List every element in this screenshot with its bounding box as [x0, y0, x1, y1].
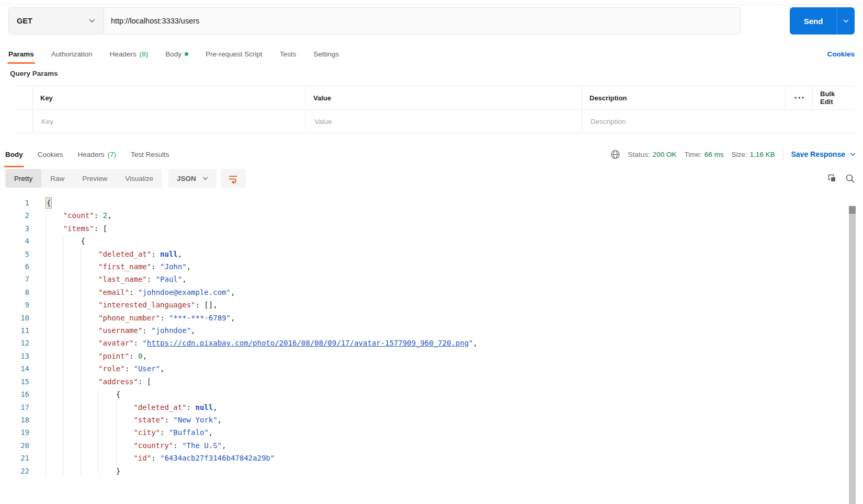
code-lines: 1{2"count": 2,3"items": [4{5"deleted_at"… [0, 191, 863, 477]
indent-guide [81, 337, 98, 349]
indent-guide [63, 350, 81, 362]
copy-icon[interactable] [826, 173, 838, 184]
code-token: : [151, 452, 160, 464]
request-tab-body[interactable]: Body [165, 44, 188, 64]
fold-gutter [29, 235, 46, 247]
indent-guide [81, 388, 98, 400]
bulk-edit-button[interactable]: Bulk Edit [812, 86, 855, 109]
tab-label: Body [5, 151, 23, 158]
code-token: "count" [63, 209, 94, 222]
view-mode-preview[interactable]: Preview [73, 169, 116, 188]
code-line: 2"count": 2, [0, 209, 863, 222]
time-label: Time: [684, 151, 701, 158]
indent-guide [46, 414, 63, 426]
request-tab-headers[interactable]: Headers(8) [110, 44, 149, 64]
response-body-viewer: 1{2"count": 2,3"items": [4{5"deleted_at"… [0, 191, 863, 504]
view-mode-raw[interactable]: Raw [41, 169, 73, 188]
line-number: 2 [0, 209, 29, 222]
url-input[interactable] [104, 8, 740, 34]
indent-guide [63, 248, 81, 260]
language-dropdown[interactable]: JSON [168, 169, 217, 188]
indent-guide [46, 312, 63, 324]
chevron-down-icon [850, 153, 856, 156]
request-bar: GET Send [8, 7, 855, 35]
code-line: 18"state": "New York", [0, 414, 863, 426]
tab-label: Tests [280, 50, 297, 58]
indent-guide [81, 439, 98, 452]
fold-gutter [29, 452, 46, 464]
tab-label: Pre-request Script [206, 50, 263, 58]
response-tab-headers[interactable]: Headers(7) [78, 141, 117, 167]
chevron-down-icon [843, 19, 849, 23]
method-selector[interactable]: GET [9, 8, 104, 34]
scrollbar[interactable] [849, 206, 856, 504]
cookies-link[interactable]: Cookies [827, 50, 855, 58]
fold-gutter [29, 388, 46, 400]
empty-cell [785, 110, 812, 133]
send-button[interactable]: Send [790, 7, 855, 35]
code-link[interactable]: https://cdn.pixabay.com/photo/2016/08/08… [147, 337, 469, 349]
indent-guide [46, 324, 63, 337]
scrollbar-thumb[interactable] [849, 206, 856, 214]
response-tab-body[interactable]: Body [5, 141, 23, 167]
code-token: { [81, 235, 85, 247]
code-token: : [94, 209, 103, 222]
tab-label: Headers [78, 151, 105, 158]
send-options-button[interactable] [837, 7, 855, 35]
indent-guide [63, 375, 81, 388]
code-token: , [231, 312, 235, 324]
request-tab-tests[interactable]: Tests [280, 44, 297, 64]
code-token: "items" [63, 222, 94, 235]
indent-guide [46, 209, 63, 222]
code-token: " [142, 337, 146, 349]
code-token: "The U.S" [182, 439, 222, 452]
response-meta: Status: 200 OK Time: 66 ms Size: 1.16 KB… [610, 148, 856, 161]
code-token: "Buffalo" [169, 426, 209, 439]
more-options-icon [794, 96, 804, 99]
globe-icon[interactable] [610, 150, 620, 159]
request-tab-settings[interactable]: Settings [313, 44, 339, 64]
response-header: BodyCookiesHeaders(7)Test Results Status… [5, 141, 856, 167]
indent-guide [81, 324, 98, 337]
indent-guide [98, 401, 116, 414]
value-input[interactable] [313, 117, 574, 126]
viewer-toolbar: PrettyRawPreviewVisualize JSON [5, 168, 856, 188]
code-line: 9"interested_languages": [], [0, 299, 863, 311]
search-icon[interactable] [845, 173, 856, 184]
key-input[interactable] [40, 117, 298, 126]
indent-guide [116, 401, 134, 414]
code-line: 20"country": "The U.S", [0, 439, 863, 452]
request-tab-pre-request-script[interactable]: Pre-request Script [206, 44, 263, 64]
line-number: 15 [0, 375, 29, 388]
params-input-row [15, 110, 855, 133]
code-token: } [116, 465, 120, 477]
view-mode-pretty[interactable]: Pretty [5, 169, 41, 188]
view-mode-visualize[interactable]: Visualize [116, 169, 162, 188]
wrap-text-button[interactable] [221, 169, 246, 188]
save-response-button[interactable]: Save Response [791, 150, 856, 158]
fold-gutter [29, 362, 46, 375]
code-token: : [ [138, 375, 151, 388]
code-token: "New York" [173, 414, 217, 426]
value-column-header: Value [305, 86, 582, 109]
code-token: , [160, 362, 164, 375]
response-tab-cookies[interactable]: Cookies [38, 141, 63, 167]
request-tab-params[interactable]: Params [8, 44, 34, 64]
code-token: : [164, 414, 173, 426]
send-label[interactable]: Send [790, 7, 837, 35]
description-input[interactable] [589, 117, 778, 126]
code-line: 16{ [0, 388, 863, 400]
more-options-button[interactable] [785, 86, 812, 109]
status-value: 200 OK [653, 151, 677, 158]
save-response-label: Save Response [791, 150, 846, 158]
request-tab-authorization[interactable]: Authorization [51, 44, 93, 64]
code-token: "johndoe@example.com" [138, 286, 231, 299]
chevron-down-icon [202, 177, 208, 180]
tab-label: Cookies [38, 151, 63, 158]
code-token: "first_name" [98, 260, 151, 273]
indent-guide [46, 465, 63, 477]
fold-gutter [29, 209, 46, 222]
response-tab-test-results[interactable]: Test Results [131, 141, 169, 167]
indent-guide [98, 439, 116, 452]
code-line: 3"items": [ [0, 222, 863, 235]
